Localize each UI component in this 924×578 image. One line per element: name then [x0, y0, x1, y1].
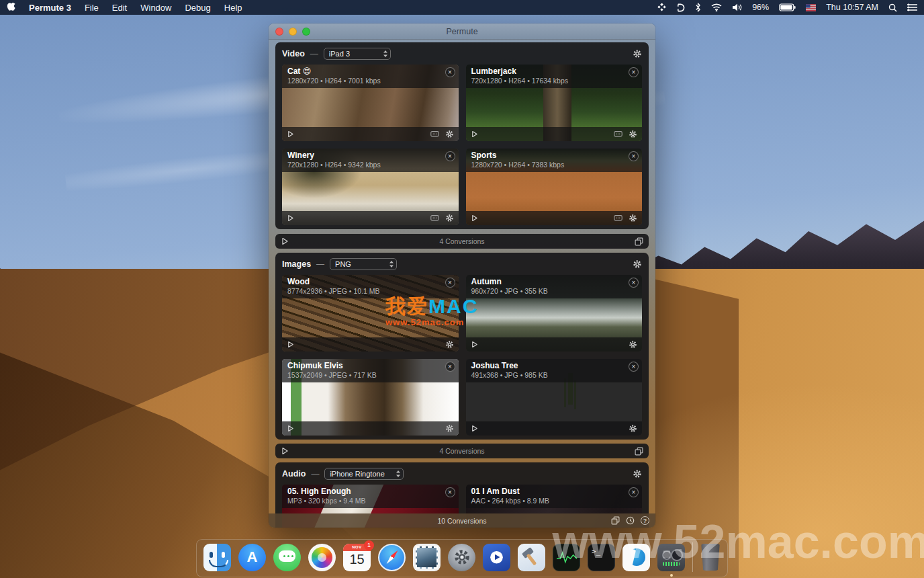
card-settings-gear-icon[interactable] — [445, 340, 454, 349]
dock-photos-icon[interactable] — [308, 544, 336, 571]
image-card-autumn[interactable]: Autumn 960x720 • JPG • 355 KB × — [466, 275, 643, 352]
dock-app-store-icon[interactable]: A — [238, 544, 266, 571]
close-icon[interactable]: × — [629, 362, 639, 372]
dock-messages-icon[interactable] — [273, 544, 301, 571]
card-settings-gear-icon[interactable] — [629, 214, 637, 222]
dock-system-preferences-icon[interactable] — [448, 544, 475, 571]
window-titlebar[interactable]: Permute — [269, 24, 655, 40]
spotlight-icon[interactable] — [888, 3, 897, 12]
close-icon[interactable]: × — [445, 67, 455, 77]
play-icon[interactable] — [287, 341, 294, 348]
card-meta: 1537x2049 • JPEG • 717 KB — [287, 371, 441, 380]
play-icon[interactable] — [471, 425, 478, 432]
close-icon[interactable]: × — [629, 487, 639, 497]
card-settings-gear-icon[interactable] — [445, 424, 454, 433]
notification-center-icon[interactable] — [907, 3, 917, 11]
input-flag-icon[interactable] — [806, 4, 816, 11]
card-title: Lumberjack — [471, 67, 625, 77]
play-icon[interactable] — [471, 214, 478, 222]
dock-finder-icon[interactable] — [203, 544, 231, 571]
subtitles-icon[interactable] — [614, 131, 622, 138]
setapp-icon[interactable] — [657, 3, 666, 12]
card-title: Autumn — [471, 277, 625, 287]
subtitles-icon[interactable] — [430, 215, 439, 222]
running-indicator — [670, 574, 673, 577]
apple-menu-icon[interactable] — [7, 3, 15, 13]
video-card-lumberjack[interactable]: Lumberjack 720x1280 • H264 • 17634 kbps … — [466, 65, 643, 141]
close-icon[interactable]: × — [629, 151, 639, 161]
close-icon[interactable]: × — [445, 487, 455, 497]
audio-settings-gear-icon[interactable] — [633, 469, 642, 479]
watermark-en-text: MAC — [428, 295, 478, 317]
card-settings-gear-icon[interactable] — [629, 424, 637, 433]
chevron-updown-icon — [389, 260, 394, 268]
menu-clock[interactable]: Thu 10:57 AM — [826, 3, 878, 12]
video-settings-gear-icon[interactable] — [633, 49, 642, 58]
menu-debug[interactable]: Debug — [185, 3, 210, 13]
battery-icon[interactable] — [779, 3, 796, 11]
watermark-center: 我爱MAC www.52mac.com — [385, 296, 478, 327]
wifi-icon[interactable] — [711, 3, 722, 11]
close-icon[interactable]: × — [629, 67, 639, 77]
card-settings-gear-icon[interactable] — [629, 130, 637, 138]
subtitles-icon[interactable] — [614, 215, 622, 222]
card-toolbar — [282, 211, 459, 225]
bluetooth-icon[interactable] — [695, 3, 701, 12]
card-settings-gear-icon[interactable] — [629, 340, 637, 349]
images-settings-gear-icon[interactable] — [633, 259, 642, 269]
dock-media-player-icon[interactable] — [483, 544, 510, 571]
menu-edit[interactable]: Edit — [112, 3, 127, 13]
play-icon[interactable] — [471, 130, 478, 138]
images-preset-select[interactable]: PNG — [330, 258, 397, 270]
close-icon[interactable]: × — [629, 278, 639, 288]
play-icon[interactable] — [287, 214, 294, 222]
card-settings-gear-icon[interactable] — [445, 130, 454, 138]
video-card-winery[interactable]: Winery 720x1280 • H264 • 9342 kbps × — [282, 149, 459, 225]
image-card-chipmuk-elvis[interactable]: Chipmuk Elvis 1537x2049 • JPEG • 717 KB … — [282, 359, 459, 436]
play-icon[interactable] — [287, 425, 294, 432]
dash-icon[interactable] — [676, 3, 685, 12]
dock-mail-icon[interactable] — [413, 544, 441, 571]
card-header: Autumn 960x720 • JPG • 355 KB × — [466, 275, 643, 298]
card-title: Winery — [287, 151, 441, 161]
card-header: Lumberjack 720x1280 • H264 • 17634 kbps … — [466, 65, 643, 88]
menu-app-name[interactable]: Permute 3 — [29, 3, 71, 13]
section-dash: — — [316, 259, 324, 269]
card-toolbar — [466, 211, 643, 225]
card-meta: 1280x720 • H264 • 7001 kbps — [287, 77, 441, 85]
menu-help[interactable]: Help — [224, 3, 242, 13]
dock-safari-icon[interactable] — [378, 544, 406, 571]
window-title: Permute — [269, 27, 655, 36]
image-card-joshua-tree[interactable]: Joshua Tree 491x368 • JPG • 985 KB × — [466, 359, 643, 436]
audio-preset-select[interactable]: iPhone Ringtone — [324, 468, 404, 480]
card-settings-gear-icon[interactable] — [445, 214, 454, 222]
subtitles-icon[interactable] — [430, 131, 439, 138]
images-section: Images — PNG Wood 8774x2936 • JPEG • 10.… — [275, 253, 649, 440]
menu-file[interactable]: File — [85, 3, 99, 13]
card-toolbar — [466, 337, 643, 352]
menu-window[interactable]: Window — [140, 3, 171, 13]
play-icon[interactable] — [287, 130, 294, 138]
permute-window: Permute Video — iPad 3 Cat 😍 — [269, 24, 655, 528]
section-dash: — — [310, 49, 318, 58]
video-card-cat[interactable]: Cat 😍 1280x720 • H264 • 7001 kbps × — [282, 65, 459, 141]
dock-xcode-icon[interactable] — [518, 544, 545, 571]
play-icon[interactable] — [471, 341, 478, 348]
card-title: Chipmuk Elvis — [287, 361, 441, 371]
card-toolbar — [466, 421, 643, 436]
dock-calendar-icon[interactable]: 1 NOV 15 — [343, 544, 371, 571]
images-section-label: Images — [282, 259, 311, 269]
video-card-sports[interactable]: Sports 1280x720 • H264 • 7383 kbps × — [466, 149, 643, 225]
volume-icon[interactable] — [732, 3, 742, 11]
card-header: 05. High Enough MP3 • 320 kbps • 9.4 MB … — [282, 485, 459, 508]
close-icon[interactable]: × — [445, 362, 455, 372]
close-icon[interactable]: × — [445, 151, 455, 161]
video-preset-select[interactable]: iPad 3 — [324, 48, 391, 60]
card-header: Winery 720x1280 • H264 • 9342 kbps × — [282, 149, 459, 172]
card-meta: 720x1280 • H264 • 9342 kbps — [287, 161, 441, 169]
card-meta: 1280x720 • H264 • 7383 kbps — [471, 161, 625, 169]
close-icon[interactable]: × — [445, 278, 455, 288]
card-meta: 960x720 • JPG • 355 KB — [471, 287, 625, 296]
images-section-footer: 4 Conversions — [275, 444, 649, 458]
card-header: Chipmuk Elvis 1537x2049 • JPEG • 717 KB … — [282, 359, 459, 382]
